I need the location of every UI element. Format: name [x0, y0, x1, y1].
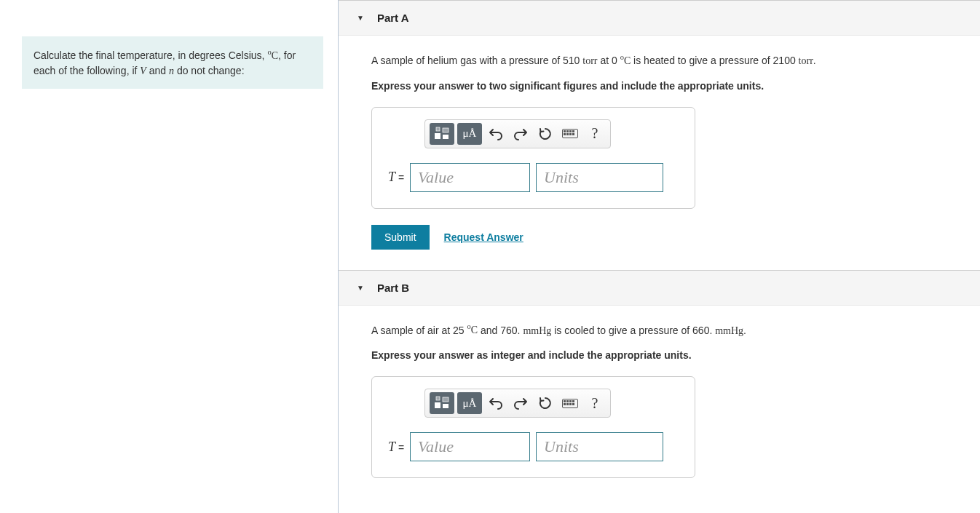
- part-a-answer-panel: μÅ ?: [371, 107, 695, 209]
- part-b-section: ▼ Part B A sample of air at 25 oC and 76…: [339, 270, 980, 513]
- svg-rect-4: [435, 402, 440, 408]
- part-b-header[interactable]: ▼ Part B: [339, 271, 980, 306]
- svg-rect-3: [436, 127, 440, 131]
- special-chars-icon[interactable]: μÅ: [457, 123, 482, 145]
- part-a-units-input[interactable]: [536, 163, 663, 192]
- degree-c-symbol: oC: [267, 50, 278, 61]
- q-b-seg2: and 760.: [478, 324, 523, 335]
- q-b-seg4: .: [743, 324, 746, 335]
- q-a-seg4: .: [813, 55, 816, 66]
- q-a-seg1: A sample of helium gas with a pressure o…: [371, 55, 582, 66]
- part-b-body: A sample of air at 25 oC and 760. mmHg i…: [339, 306, 980, 513]
- redo-icon[interactable]: [510, 392, 532, 414]
- reset-icon[interactable]: [534, 392, 556, 414]
- keyboard-icon[interactable]: [559, 123, 581, 145]
- part-a-input-row: T =: [388, 163, 679, 192]
- var-n: n: [169, 65, 174, 76]
- q-a-deg: oC: [620, 55, 631, 66]
- q-a-seg3: is heated to give a pressure of 2100: [631, 55, 798, 66]
- q-b-unit2: mmHg: [715, 325, 743, 335]
- help-icon[interactable]: ?: [584, 123, 606, 145]
- part-a-directive: Express your answer to two significant f…: [371, 79, 947, 94]
- svg-rect-6: [443, 404, 448, 408]
- instruction-and: and: [146, 65, 169, 76]
- instruction-text-3: do not change:: [174, 65, 245, 76]
- reset-icon[interactable]: [534, 123, 556, 145]
- part-a-question: A sample of helium gas with a pressure o…: [371, 52, 947, 68]
- part-a-toolbar: μÅ ?: [424, 119, 611, 148]
- part-b-var-label: T =: [388, 440, 404, 455]
- part-b-answer-panel: μÅ ?: [371, 376, 695, 478]
- special-chars-icon[interactable]: μÅ: [457, 392, 482, 414]
- part-a-var-label: T =: [388, 170, 404, 185]
- part-b-title: Part B: [377, 282, 409, 294]
- keyboard-icon[interactable]: [559, 392, 581, 414]
- template-icon[interactable]: [430, 392, 454, 414]
- part-a-body: A sample of helium gas with a pressure o…: [339, 36, 980, 270]
- part-a-actions: Submit Request Answer: [371, 225, 947, 250]
- q-b-unit1: mmHg: [523, 325, 551, 335]
- q-a-unit2: torr: [799, 55, 813, 66]
- part-a-submit-button[interactable]: Submit: [371, 225, 430, 250]
- left-pane: Calculate the final temperature, in degr…: [0, 0, 339, 513]
- svg-rect-2: [443, 135, 448, 139]
- instruction-text-1: Calculate the final temperature, in degr…: [33, 49, 267, 61]
- q-b-deg: oC: [467, 325, 478, 335]
- q-a-unit1: torr: [582, 55, 597, 66]
- part-a-title: Part A: [377, 12, 409, 24]
- part-b-input-row: T =: [388, 432, 679, 461]
- svg-rect-7: [436, 397, 440, 400]
- part-a-section: ▼ Part A A sample of helium gas with a p…: [339, 0, 980, 270]
- part-b-value-input[interactable]: [410, 432, 530, 461]
- part-b-question: A sample of air at 25 oC and 760. mmHg i…: [371, 322, 947, 338]
- svg-rect-1: [443, 128, 448, 132]
- part-b-units-input[interactable]: [536, 432, 663, 461]
- caret-down-icon: ▼: [357, 284, 364, 292]
- svg-rect-0: [435, 133, 440, 139]
- part-a-header[interactable]: ▼ Part A: [339, 1, 980, 36]
- redo-icon[interactable]: [510, 123, 532, 145]
- part-a-request-link[interactable]: Request Answer: [444, 231, 523, 243]
- instruction-box: Calculate the final temperature, in degr…: [22, 36, 323, 89]
- part-a-value-input[interactable]: [410, 163, 530, 192]
- q-b-seg3: is cooled to give a pressure of 660.: [551, 324, 715, 335]
- var-v: V: [140, 65, 146, 76]
- caret-down-icon: ▼: [357, 14, 364, 22]
- undo-icon[interactable]: [485, 123, 507, 145]
- help-icon[interactable]: ?: [584, 392, 606, 414]
- q-a-seg2: at 0: [598, 55, 620, 66]
- part-b-toolbar: μÅ ?: [424, 389, 611, 418]
- q-b-seg1: A sample of air at 25: [371, 324, 467, 335]
- right-pane: ▼ Part A A sample of helium gas with a p…: [339, 0, 980, 513]
- part-b-directive: Express your answer as integer and inclu…: [371, 348, 947, 363]
- undo-icon[interactable]: [485, 392, 507, 414]
- template-icon[interactable]: [430, 123, 454, 145]
- svg-rect-5: [443, 397, 448, 402]
